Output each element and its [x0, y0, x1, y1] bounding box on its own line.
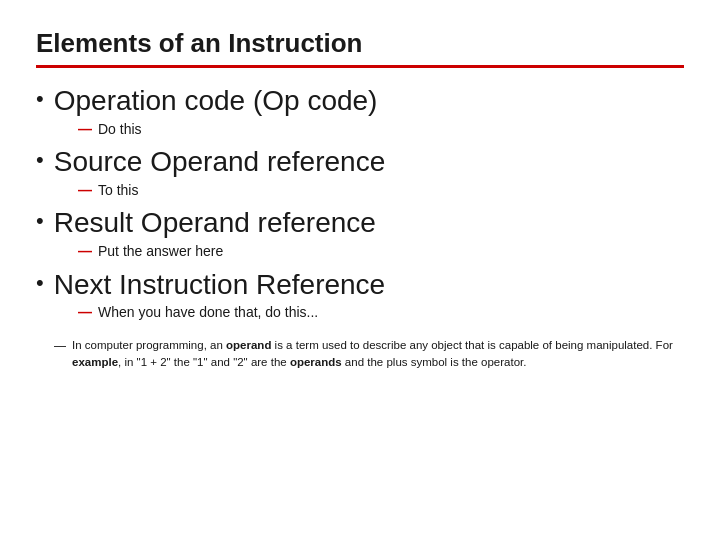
bullet-item-3: • Result Operand reference	[36, 206, 684, 240]
sub-bullet-3: — Put the answer here	[78, 242, 684, 262]
bullet-text-2: Source Operand reference	[54, 145, 386, 179]
bullet-section-4: • Next Instruction Reference — When you …	[36, 268, 684, 323]
bullet-text-3: Result Operand reference	[54, 206, 376, 240]
bullet-dot-1: •	[36, 86, 44, 112]
sub-dash-2: —	[78, 181, 92, 201]
bullet-dot-2: •	[36, 147, 44, 173]
sub-dash-1: —	[78, 120, 92, 140]
slide-title: Elements of an Instruction	[36, 28, 684, 59]
footnote-dash: —	[54, 337, 66, 355]
bullet-section-3: • Result Operand reference — Put the ans…	[36, 206, 684, 261]
title-underline	[36, 65, 684, 68]
sub-text-1: Do this	[98, 120, 142, 140]
bullet-item-4: • Next Instruction Reference	[36, 268, 684, 302]
sub-dash-4: —	[78, 303, 92, 323]
bullet-item-1: • Operation code (Op code)	[36, 84, 684, 118]
bullet-section-1: • Operation code (Op code) — Do this	[36, 84, 684, 139]
bullet-section-2: • Source Operand reference — To this	[36, 145, 684, 200]
sub-bullet-4: — When you have done that, do this...	[78, 303, 684, 323]
bullet-dot-4: •	[36, 270, 44, 296]
sub-text-3: Put the answer here	[98, 242, 223, 262]
bullet-text-1: Operation code (Op code)	[54, 84, 378, 118]
sub-bullet-1: — Do this	[78, 120, 684, 140]
sub-text-2: To this	[98, 181, 138, 201]
bullet-text-4: Next Instruction Reference	[54, 268, 386, 302]
sub-bullet-2: — To this	[78, 181, 684, 201]
sub-text-4: When you have done that, do this...	[98, 303, 318, 323]
footnote-section: — In computer programming, an operand is…	[54, 337, 684, 372]
sub-dash-3: —	[78, 242, 92, 262]
footnote-text: In computer programming, an operand is a…	[72, 337, 684, 372]
bullet-dot-3: •	[36, 208, 44, 234]
slide: Elements of an Instruction • Operation c…	[0, 0, 720, 540]
bullet-item-2: • Source Operand reference	[36, 145, 684, 179]
